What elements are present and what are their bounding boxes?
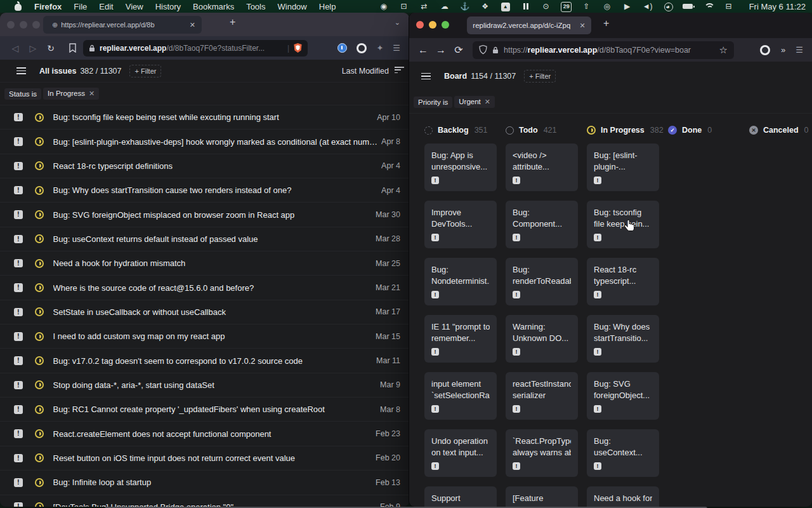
docker-icon[interactable]: ⚓ [455,0,475,13]
in-progress-status-icon[interactable] [35,113,44,122]
left-traffic-lights[interactable] [7,21,40,29]
extensions-puzzle-icon[interactable]: ✦ [376,43,383,53]
urgent-priority-icon[interactable]: ! [14,332,23,341]
issue-card[interactable]: Warning:Unknown DO...! [506,315,578,363]
issue-row[interactable]: ! Need a hook for hydration mismatch Mar… [0,251,409,276]
in-progress-status-icon[interactable] [35,429,44,438]
in-progress-status-icon[interactable] [35,283,44,292]
menu-help[interactable]: Help [319,2,336,11]
issue-row[interactable]: ! Bug: tsconfig file keep being reset wh… [0,105,409,130]
right-browser-menu-icon[interactable]: ☰ [796,45,803,55]
issue-card[interactable]: Supportasynchronous...! [424,486,497,507]
in-progress-status-icon[interactable] [35,186,44,195]
bookmark-star-icon[interactable]: ☆ [719,44,728,56]
tracking-shield-icon[interactable] [479,45,487,55]
sort-icon[interactable] [395,67,404,75]
left-new-tab-button[interactable]: + [230,17,235,28]
urgent-priority-icon[interactable]: ! [14,162,23,171]
in-progress-status-icon[interactable] [35,137,44,146]
issue-card[interactable]: Bug: App isunresponsive...! [424,144,497,191]
sidebar-menu-icon[interactable] [421,73,431,80]
issue-row[interactable]: ! Reset button on iOS time input does no… [0,446,409,471]
urgent-priority-icon[interactable]: ! [14,356,23,365]
menu-firefox[interactable]: Firefox [34,2,62,11]
right-browser-tab[interactable]: replidraw2.vercel.app/d/c-iZpq ✕ [467,17,591,34]
issue-card[interactable]: <video />attribute...! [506,144,578,191]
control-center-icon[interactable]: ⊟ [719,0,739,13]
left-tab-close-icon[interactable]: ✕ [190,21,195,29]
issue-row[interactable]: ! Where is the source code of react@15.6… [0,276,409,300]
issue-card[interactable]: `React.PropTypesalways warns ab! [506,429,578,477]
cloud-icon[interactable]: ☁ [435,0,455,13]
filter-value-chip[interactable]: In Progress✕ [43,88,99,100]
toolbar-overflow-icon[interactable]: » [781,45,785,55]
play-circle-icon[interactable]: ▶ [617,0,638,13]
issue-row[interactable]: ! Bug: useContext returns default instea… [0,227,409,251]
forward-icon[interactable]: ▷ [24,43,42,53]
issue-card[interactable]: Bug:renderToReadab! [506,258,578,305]
urgent-priority-icon[interactable]: ! [14,137,23,146]
back-icon[interactable]: ← [414,44,432,56]
right-traffic-lights[interactable] [416,21,449,29]
in-progress-status-icon[interactable] [35,210,44,219]
in-progress-status-icon[interactable] [35,332,44,341]
urgent-priority-icon[interactable]: ! [14,429,23,438]
sidebar-menu-icon[interactable] [16,67,26,74]
github-extension-icon[interactable] [357,43,367,53]
left-url-bar[interactable]: repliear.vercel.app /d/8bTaoq7F0e?status… [83,40,308,57]
left-tab-overflow-icon[interactable]: ⌄ [395,18,400,27]
sort-label[interactable]: Last Modified [342,67,389,76]
urgent-priority-icon[interactable]: ! [14,113,23,122]
urgent-priority-icon[interactable]: ! [14,308,23,317]
right-tab-close-icon[interactable]: ✕ [579,22,585,30]
in-progress-status-icon[interactable] [35,405,44,414]
filter-value-chip[interactable]: Urgent✕ [454,96,495,108]
in-progress-status-icon[interactable] [35,453,44,462]
issue-row[interactable]: ! Bug: RC1 Cannot create property '_upda… [0,398,409,422]
issue-row[interactable]: ! Bug: v17.0.2 tag doesn't seem to corre… [0,349,409,373]
in-progress-status-icon[interactable] [35,161,44,170]
urgent-priority-icon[interactable]: ! [14,381,23,390]
issue-card[interactable]: React 18-rctypescript...! [587,258,659,305]
in-progress-status-icon[interactable] [35,502,44,507]
bookmark-icon[interactable] [69,43,77,53]
issue-row[interactable]: ! I need to add custom svg map on my rea… [0,324,409,349]
urgent-priority-icon[interactable]: ! [14,454,23,463]
issue-row[interactable]: ! SetState in useCallback or without use… [0,300,409,324]
issue-card[interactable]: Bug: Why doesstartTransitio...! [587,315,659,363]
issue-row[interactable]: ! Bug: [eslint-plugin-exhaustive-deps] h… [0,130,409,154]
issue-card[interactable]: input element`setSelectionRan! [424,372,497,420]
menu-view[interactable]: View [126,2,143,11]
in-progress-status-icon[interactable] [35,478,44,487]
right-new-tab-button[interactable]: + [603,18,609,29]
menu-tools[interactable]: Tools [246,2,265,11]
reload-icon[interactable]: ⟳ [450,44,468,56]
reload-icon[interactable]: ↻ [42,43,60,53]
menu-window[interactable]: Window [278,2,307,11]
issue-row[interactable]: ! Bug: SVG foreignObject misplaced on br… [0,203,409,227]
urgent-priority-icon[interactable]: ! [14,235,23,244]
menu-history[interactable]: History [155,2,181,11]
urgent-priority-icon[interactable]: ! [14,186,23,195]
menu-bar-clock[interactable]: Fri May 6 11:22 [749,2,812,11]
issue-row[interactable]: ! Stop doing data-*, aria-*, start using… [0,373,409,398]
issue-card[interactable]: IE 11 "prompt toremember...! [424,315,497,363]
filter-remove-icon[interactable]: ✕ [485,98,490,105]
in-progress-status-icon[interactable] [35,259,44,268]
in-progress-status-icon[interactable] [35,356,44,365]
issue-card[interactable]: Need a hook forhydration...! [587,486,659,507]
github-extension-icon[interactable] [760,45,770,55]
apple-menu-icon[interactable] [14,2,22,11]
in-progress-status-icon[interactable] [35,380,44,389]
in-progress-status-icon[interactable] [35,307,44,316]
add-filter-button[interactable]: + Filter [524,70,556,83]
urgent-priority-icon[interactable]: ! [14,259,23,268]
forward-icon[interactable]: → [432,44,450,56]
issue-card[interactable]: Bug:Component...! [506,201,578,248]
urgent-priority-icon[interactable]: ! [14,502,23,507]
siri-icon[interactable]: ◒ [658,0,678,13]
brave-shield-icon[interactable] [294,43,302,53]
urgent-priority-icon[interactable]: ! [14,210,23,219]
record-icon[interactable]: ◉ [374,0,394,13]
battery-icon[interactable] [678,0,698,13]
